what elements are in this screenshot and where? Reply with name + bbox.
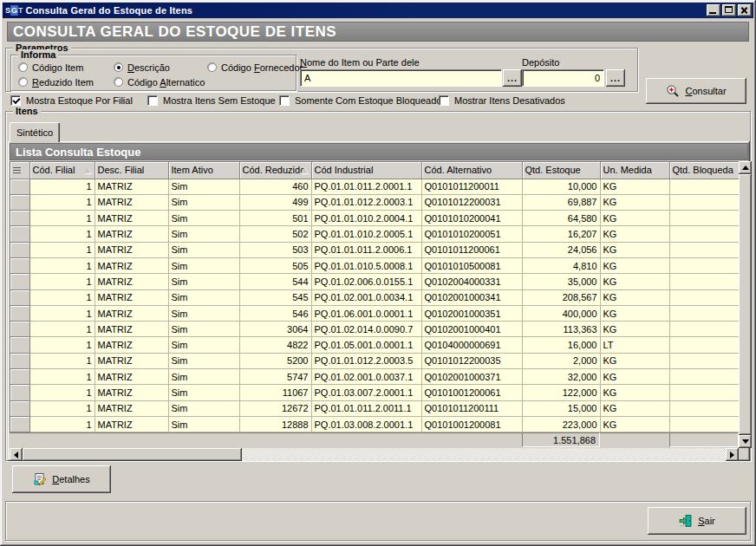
cell-cod_reduzido[interactable]: 502	[239, 226, 311, 242]
cell-cod_filial[interactable]: 1	[29, 226, 94, 242]
cell-cod_alternativo[interactable]: Q0102001000341	[421, 289, 522, 305]
cell-qtd_estoque[interactable]: 15,000	[522, 400, 600, 416]
table-row[interactable]: 1MATRIZSim4822PQ.01.05.001.0.0001.1Q0104…	[10, 337, 739, 353]
cell-un_medida[interactable]: KG	[600, 416, 669, 432]
cell-un_medida[interactable]: KG	[600, 353, 669, 368]
cell-item_ativo[interactable]: Sim	[168, 400, 239, 416]
cell-qtd_estoque[interactable]: 24,056	[522, 242, 600, 257]
row-indicator[interactable]	[10, 179, 29, 194]
cell-qtd_bloqueda[interactable]	[669, 416, 739, 432]
cell-item_ativo[interactable]: Sim	[168, 416, 239, 432]
cell-un_medida[interactable]: KG	[600, 322, 669, 337]
cell-qtd_estoque[interactable]: 10,000	[522, 179, 600, 194]
column-header-cod-filial[interactable]: Cód. Filial	[29, 162, 94, 179]
cell-cod_industrial[interactable]: PQ.01.03.007.2.0001.1	[311, 385, 421, 400]
cell-qtd_bloqueda[interactable]	[669, 322, 739, 337]
cell-cod_filial[interactable]: 1	[29, 194, 94, 210]
table-row[interactable]: 1MATRIZSim12888PQ.01.03.008.2.0001.1Q010…	[10, 416, 739, 432]
cell-cod_reduzido[interactable]: 545	[239, 289, 311, 305]
cell-item_ativo[interactable]: Sim	[168, 369, 239, 385]
cell-cod_filial[interactable]: 1	[29, 257, 94, 273]
deposito-input[interactable]	[522, 69, 604, 87]
cell-cod_alternativo[interactable]: Q0101001200061	[421, 385, 522, 400]
cell-cod_filial[interactable]: 1	[29, 369, 94, 385]
cell-cod_filial[interactable]: 1	[29, 289, 94, 305]
row-indicator[interactable]	[10, 385, 29, 400]
cell-cod_reduzido[interactable]: 5747	[239, 369, 311, 385]
cell-qtd_estoque[interactable]: 113,363	[522, 322, 600, 337]
cell-un_medida[interactable]: KG	[600, 305, 669, 321]
cell-cod_alternativo[interactable]: Q0101011200111	[421, 400, 522, 416]
row-indicator[interactable]	[10, 353, 29, 368]
cell-cod_industrial[interactable]: PQ.01.02.001.0.0034.1	[311, 289, 421, 305]
close-button[interactable]	[738, 4, 752, 16]
cell-un_medida[interactable]: KG	[600, 242, 669, 257]
cell-qtd_estoque[interactable]: 122,000	[522, 385, 600, 400]
cell-qtd_bloqueda[interactable]	[669, 337, 739, 353]
cell-cod_filial[interactable]: 1	[29, 305, 94, 321]
radio-codigo-item[interactable]: Código Item	[18, 62, 83, 73]
sair-button[interactable]: Sair	[648, 507, 746, 535]
column-header-desc-filial[interactable]: Desc. Filial	[94, 162, 168, 179]
cell-cod_industrial[interactable]: PQ.01.01.010.2.0005.1	[311, 226, 421, 242]
cell-cod_reduzido[interactable]: 544	[239, 274, 311, 289]
cell-qtd_estoque[interactable]: 32,000	[522, 369, 600, 385]
column-header-item-ativo[interactable]: Item Ativo	[168, 162, 239, 179]
cell-cod_reduzido[interactable]: 12672	[239, 400, 311, 416]
cell-item_ativo[interactable]: Sim	[168, 353, 239, 368]
radio-reduzido-item[interactable]: Reduzido Item	[18, 76, 94, 88]
cell-qtd_estoque[interactable]: 64,580	[522, 211, 600, 226]
table-row[interactable]: 1MATRIZSim12672PQ.01.01.011.2.0011.1Q010…	[10, 400, 739, 416]
cell-cod_industrial[interactable]: PQ.01.01.012.2.0003.5	[311, 353, 421, 368]
cell-item_ativo[interactable]: Sim	[168, 194, 239, 210]
cell-item_ativo[interactable]: Sim	[168, 337, 239, 353]
cell-item_ativo[interactable]: Sim	[168, 179, 239, 194]
row-indicator[interactable]	[10, 369, 29, 385]
deposito-browse-button[interactable]: ...	[606, 69, 625, 87]
cell-qtd_estoque[interactable]: 223,000	[522, 416, 600, 432]
cell-un_medida[interactable]: KG	[600, 179, 669, 194]
cell-cod_industrial[interactable]: PQ.01.01.011.2.0011.1	[311, 400, 421, 416]
cell-qtd_estoque[interactable]: 16,207	[522, 226, 600, 242]
cell-desc_filial[interactable]: MATRIZ	[94, 257, 168, 273]
table-row[interactable]: 1MATRIZSim5747PQ.01.02.001.0.0037.1Q0102…	[10, 369, 739, 385]
cell-item_ativo[interactable]: Sim	[168, 226, 239, 242]
cell-desc_filial[interactable]: MATRIZ	[94, 211, 168, 226]
column-header-cod-reduzido[interactable]: Cód. Reduzido	[239, 162, 311, 179]
cell-cod_alternativo[interactable]: Q0101011200011	[421, 179, 522, 194]
column-header-cod-industrial[interactable]: Cód Industrial	[311, 162, 421, 179]
cell-qtd_estoque[interactable]: 16,000	[522, 337, 600, 353]
cell-cod_reduzido[interactable]: 3064	[239, 322, 311, 337]
row-indicator[interactable]	[10, 226, 29, 242]
tab-sintetico[interactable]: Sintético	[10, 122, 60, 142]
cell-cod_industrial[interactable]: PQ.01.01.012.2.0003.1	[311, 194, 421, 210]
cell-un_medida[interactable]: KG	[600, 194, 669, 210]
row-indicator[interactable]	[10, 322, 29, 337]
row-indicator[interactable]	[10, 211, 29, 226]
cell-cod_reduzido[interactable]: 546	[239, 305, 311, 321]
cell-cod_filial[interactable]: 1	[29, 337, 94, 353]
cell-cod_industrial[interactable]: PQ.01.02.006.0.0155.1	[311, 274, 421, 289]
scroll-right-button[interactable]	[726, 448, 739, 461]
cell-cod_reduzido[interactable]: 5200	[239, 353, 311, 368]
cell-desc_filial[interactable]: MATRIZ	[94, 353, 168, 368]
row-indicator[interactable]	[10, 257, 29, 273]
cell-cod_industrial[interactable]: PQ.01.01.010.2.0004.1	[311, 211, 421, 226]
cell-cod_filial[interactable]: 1	[29, 179, 94, 194]
cell-un_medida[interactable]: KG	[600, 400, 669, 416]
minimize-button[interactable]	[707, 4, 720, 16]
horizontal-scrollbar[interactable]	[10, 448, 739, 461]
cell-item_ativo[interactable]: Sim	[168, 385, 239, 400]
table-row[interactable]: 1MATRIZSim505PQ.01.01.010.5.0008.1Q01010…	[10, 257, 739, 273]
scroll-down-button[interactable]	[739, 435, 752, 448]
cell-cod_alternativo[interactable]: Q0101011200061	[421, 242, 522, 257]
cell-qtd_estoque[interactable]: 35,000	[522, 274, 600, 289]
checkbox-somente-com-estoque-bloqueado[interactable]: Somente Com Estoque Bloqueado	[279, 94, 441, 107]
cell-qtd_estoque[interactable]: 400,000	[522, 305, 600, 321]
cell-cod_reduzido[interactable]: 499	[239, 194, 311, 210]
cell-cod_alternativo[interactable]: Q0102004000331	[421, 274, 522, 289]
cell-desc_filial[interactable]: MATRIZ	[94, 416, 168, 432]
cell-cod_reduzido[interactable]: 505	[239, 257, 311, 273]
cell-qtd_estoque[interactable]: 69,887	[522, 194, 600, 210]
cell-desc_filial[interactable]: MATRIZ	[94, 194, 168, 210]
